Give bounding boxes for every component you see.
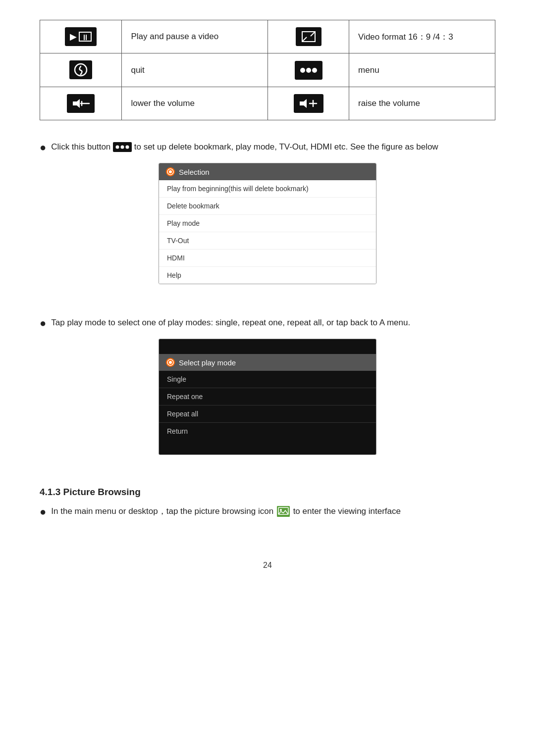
bullet-item-3: ● In the main menu or desktop，tap the pi… <box>40 504 495 518</box>
svg-marker-13 <box>300 99 307 108</box>
dialog2-header: Select play mode <box>159 354 376 371</box>
bullet-dot-1: ● <box>40 141 46 154</box>
svg-point-6 <box>306 68 311 73</box>
dialog2-body: Single Repeat one Repeat all Return <box>159 371 376 440</box>
bullet-text-3: In the main menu or desktop，tap the pict… <box>51 504 401 518</box>
bullet-dot-2: ● <box>40 317 46 330</box>
svg-point-22 <box>169 361 172 364</box>
table-row: quit menu <box>40 53 495 87</box>
svg-line-1 <box>302 37 307 42</box>
bullet3-after: to enter the viewing interface <box>293 506 401 516</box>
dialog1-item-5: Help <box>159 267 376 284</box>
bullet-item-2: ● Tap play mode to select one of play mo… <box>40 316 495 330</box>
svg-line-2 <box>311 32 315 36</box>
volume-down-desc: lower the volume <box>122 87 268 120</box>
menu-desc: menu <box>349 53 495 87</box>
volume-down-icon <box>67 94 95 113</box>
section-413: 4.1.3 Picture Browsing ● In the main men… <box>40 487 495 523</box>
bullet-dot-3: ● <box>40 505 46 518</box>
format-desc: Video format 16：9 /4：3 <box>349 20 495 53</box>
svg-marker-8 <box>73 99 80 108</box>
selection-dialog: Selection Play from beginning(this will … <box>159 163 376 284</box>
play-pause-desc: Play and pause a video <box>122 20 268 53</box>
picture-browsing-icon <box>277 506 290 517</box>
dialog1-item-2: Play mode <box>159 215 376 232</box>
svg-point-25 <box>280 509 282 511</box>
bullet1-before: Click this button <box>51 142 110 151</box>
dialog1-item-3: TV-Out <box>159 232 376 250</box>
volume-up-icon-cell <box>268 87 349 120</box>
dialog1-header: Selection <box>159 163 376 180</box>
bullet1-after: to set up delete bookmark, play mode, TV… <box>134 142 438 151</box>
format-icon-cell <box>268 20 349 53</box>
bullet-text-1: Click this button to set up delete bookm… <box>51 140 438 153</box>
volume-down-icon-cell <box>40 87 122 120</box>
svg-point-17 <box>121 145 124 149</box>
dialog1-item-4: HDMI <box>159 250 376 267</box>
svg-point-5 <box>300 68 305 73</box>
volume-up-icon <box>294 94 323 113</box>
dialog2-header-label: Select play mode <box>179 358 236 367</box>
dialog1-header-icon <box>166 167 175 176</box>
svg-point-4 <box>80 74 82 75</box>
menu-button-inline-icon <box>113 142 132 152</box>
play-pause-icon-cell: ▶ ⏸ <box>40 20 122 53</box>
dialog1-item-1: Delete bookmark <box>159 198 376 215</box>
bullet-section-1: ● Click this button to set up delete boo… <box>40 140 495 298</box>
quit-icon <box>69 60 92 79</box>
quit-desc: quit <box>122 53 268 87</box>
bullet-text-2: Tap play mode to select one of play mode… <box>51 316 410 329</box>
svg-point-18 <box>126 145 129 149</box>
dialog2-item-3: Return <box>159 423 376 440</box>
menu-icon <box>295 61 322 80</box>
dialog1-item-0: Play from beginning(this will delete boo… <box>159 180 376 198</box>
page-number: 24 <box>263 561 272 570</box>
bullet-section-2: ● Tap play mode to select one of play mo… <box>40 316 495 469</box>
section-413-heading: 4.1.3 Picture Browsing <box>40 487 495 498</box>
volume-up-desc: raise the volume <box>349 87 495 120</box>
dialog2-item-2: Repeat all <box>159 405 376 423</box>
icon-table: ▶ ⏸ Play and pause a video Video format … <box>40 20 495 120</box>
menu-icon-cell <box>268 53 349 87</box>
dialog2-header-icon <box>166 358 175 367</box>
table-row: ▶ ⏸ Play and pause a video Video format … <box>40 20 495 53</box>
play-pause-icon: ▶ ⏸ <box>65 27 97 46</box>
table-row: lower the volume raise the volume <box>40 87 495 120</box>
svg-point-7 <box>312 68 317 73</box>
bullet-item-1: ● Click this button to set up delete boo… <box>40 140 495 154</box>
bullet3-before: In the main menu or desktop，tap the pict… <box>51 506 273 516</box>
svg-point-20 <box>169 170 172 173</box>
dialog1-header-label: Selection <box>179 168 210 176</box>
format-icon <box>296 27 321 46</box>
quit-icon-cell <box>40 53 122 87</box>
dialog2-item-0: Single <box>159 371 376 388</box>
dialog2-item-1: Repeat one <box>159 388 376 405</box>
dialog1-body: Play from beginning(this will delete boo… <box>159 180 376 284</box>
svg-point-16 <box>116 145 119 149</box>
play-mode-dialog: Select play mode Single Repeat one Repea… <box>159 339 376 455</box>
